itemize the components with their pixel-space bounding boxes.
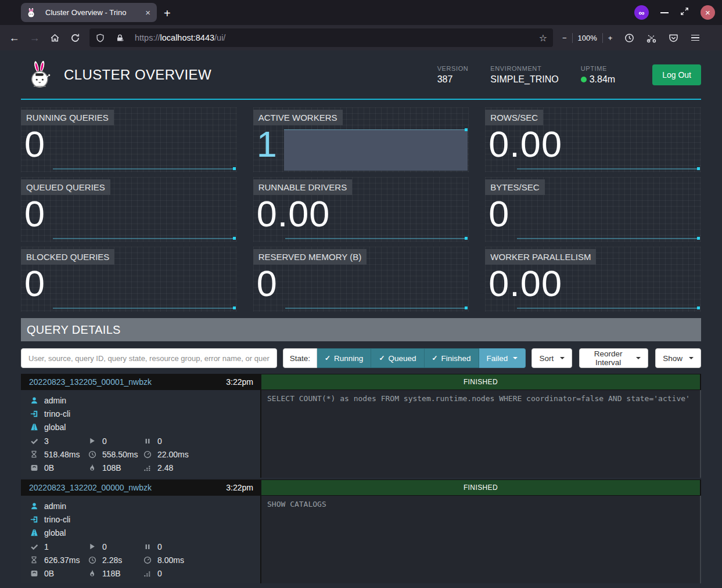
- logout-button[interactable]: Log Out: [652, 64, 701, 85]
- stat-label: QUEUED QUERIES: [21, 179, 110, 195]
- stat-card-queued-queries: QUEUED QUERIES 0: [21, 177, 237, 242]
- query-time: 3:22pm: [226, 483, 253, 492]
- query-search-input[interactable]: [21, 348, 277, 368]
- page-header: CLUSTER OVERVIEW VERSION 387 ENVIRONMENT…: [21, 50, 701, 100]
- queued-splits-pause-icon: [142, 543, 152, 550]
- tab-close-icon[interactable]: ×: [144, 8, 152, 17]
- caret-down-icon: [689, 357, 694, 359]
- state-filter-finished[interactable]: ✓ Finished: [425, 348, 479, 368]
- browser-toolbar: ← → https://localhost:8443/ui/ ☆: [0, 25, 722, 50]
- zoom-level[interactable]: 100%: [578, 34, 597, 42]
- browser-tab[interactable]: Cluster Overview - Trino ×: [21, 3, 157, 22]
- menu-hamburger-icon[interactable]: [687, 29, 704, 46]
- sparkline-dot: [233, 237, 236, 240]
- url-scheme: https://: [135, 33, 160, 42]
- zoom-out-button[interactable]: −: [562, 34, 567, 42]
- peak-memory: 108B: [102, 463, 121, 472]
- current-memory: 0B: [44, 463, 54, 472]
- stat-label: RESERVED MEMORY (B): [253, 249, 367, 265]
- query-id-link[interactable]: 20220823_132202_00000_nwbzk: [29, 483, 152, 492]
- private-browsing-icon: ∞: [634, 5, 649, 20]
- zoom-in-button[interactable]: +: [608, 34, 613, 42]
- sparkline: [517, 168, 700, 169]
- completed-splits-check-icon: [29, 543, 39, 551]
- stat-card-rows-sec: ROWS/SEC 0.00: [485, 107, 701, 172]
- query-sql-panel: SHOW CATALOGS: [260, 496, 701, 583]
- source-signin-icon: [29, 515, 39, 524]
- check-icon: ✓: [432, 354, 438, 362]
- cpu-time: 8.00ms: [157, 555, 184, 565]
- query-row-body: admin trino-cli global 3: [21, 390, 701, 478]
- url-host: localhost:8443: [160, 33, 215, 42]
- browser-tab-bar: Cluster Overview - Trino × + ∞ ×: [0, 0, 722, 25]
- query-details-header: QUERY DETAILS: [21, 318, 701, 341]
- completed-splits: 1: [44, 542, 49, 551]
- query-row-header: 20220823_132202_00000_nwbzk 3:22pm FINIS…: [21, 479, 701, 496]
- sparkline: [517, 308, 700, 309]
- sparkline-dot: [465, 128, 468, 131]
- sparkline-dot: [465, 306, 468, 309]
- state-filter-running[interactable]: ✓ Running: [317, 348, 371, 368]
- sparkline-dot: [697, 167, 700, 170]
- separator: [572, 33, 573, 43]
- home-button[interactable]: [45, 29, 64, 46]
- caret-down-icon: [636, 357, 641, 359]
- url-bar[interactable]: https://localhost:8443/ui/ ☆: [89, 28, 553, 47]
- query-time: 3:22pm: [226, 377, 253, 387]
- tab-title: Cluster Overview - Trino: [45, 8, 140, 17]
- new-tab-button[interactable]: +: [164, 8, 171, 19]
- back-button[interactable]: ←: [5, 29, 24, 46]
- query-stats: 1 0 0 626.37ms 2.28s: [29, 540, 260, 580]
- zoom-controls: − 100% +: [562, 33, 612, 43]
- stat-card-active-workers: ACTIVE WORKERS 1: [253, 107, 469, 172]
- stat-card-bytes-sec: BYTES/SEC 0: [485, 177, 701, 242]
- history-clock-icon[interactable]: [620, 29, 638, 46]
- pocket-icon[interactable]: [664, 29, 682, 46]
- running-splits-play-icon: [87, 437, 97, 445]
- separator: [602, 33, 603, 43]
- check-icon: ✓: [379, 354, 385, 362]
- stat-label: BYTES/SEC: [485, 179, 544, 195]
- caret-down-icon: [560, 357, 565, 359]
- state-filter-queued[interactable]: ✓ Queued: [371, 348, 424, 368]
- version-block: VERSION 387: [437, 65, 469, 85]
- stat-card-worker-parallelism: WORKER PARALLELISM 0.00: [485, 247, 701, 312]
- bookmark-star-icon[interactable]: ☆: [539, 33, 547, 44]
- source-signin-icon: [29, 410, 39, 418]
- wall-time-hourglass-icon: [29, 556, 39, 564]
- stat-card-blocked-queries: BLOCKED QUERIES 0: [21, 247, 237, 312]
- sort-dropdown[interactable]: Sort: [531, 348, 572, 368]
- sparkline-dot: [233, 306, 236, 309]
- queued-splits: 0: [157, 542, 162, 551]
- query-sql-panel: SELECT COUNT(*) as nodes FROM system.run…: [260, 390, 701, 478]
- uptime-label: UPTIME: [581, 65, 615, 72]
- total-time: 2.28s: [102, 555, 122, 565]
- peak-memory-fire-icon: [87, 464, 97, 471]
- cpu-time-gauge-icon: [142, 556, 152, 564]
- state-filter-failed-dropdown[interactable]: Failed: [479, 348, 526, 368]
- cumulative-memory: 2.48: [157, 463, 173, 472]
- restore-button[interactable]: [680, 7, 689, 18]
- trino-bunny-logo: [28, 60, 53, 89]
- uptime-block: UPTIME 3.84m: [581, 65, 615, 85]
- show-dropdown[interactable]: Show: [655, 348, 701, 368]
- close-button[interactable]: ×: [701, 5, 715, 20]
- shield-icon[interactable]: [95, 34, 105, 42]
- environment-label: ENVIRONMENT: [490, 65, 558, 72]
- cumulative-memory-chart-icon: [142, 569, 152, 578]
- state-label: State:: [283, 348, 317, 368]
- cpu-time: 22.00ms: [157, 450, 189, 459]
- reorder-interval-dropdown[interactable]: Reorder Interval: [579, 348, 648, 368]
- query-id-link[interactable]: 20220823_132205_00001_nwbzk: [29, 377, 152, 387]
- minimize-button[interactable]: [660, 12, 669, 13]
- reorder-interval-label: Reorder Interval: [587, 349, 630, 367]
- query-user: admin: [44, 396, 66, 405]
- query-row-header: 20220823_132205_00001_nwbzk 3:22pm FINIS…: [21, 374, 701, 390]
- caret-down-icon: [513, 357, 518, 359]
- lock-warning-icon[interactable]: [115, 34, 125, 42]
- query-list: 20220823_132205_00001_nwbzk 3:22pm FINIS…: [21, 374, 701, 583]
- screenshot-scissors-icon[interactable]: [642, 29, 660, 46]
- reload-button[interactable]: [66, 29, 85, 46]
- current-memory-scale-icon: [29, 464, 39, 472]
- sparkline: [285, 238, 468, 239]
